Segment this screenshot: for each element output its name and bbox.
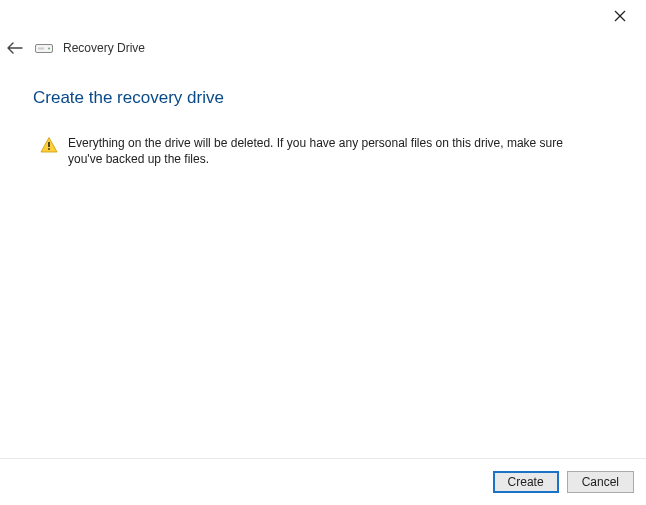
warning-icon [40,136,58,154]
title-bar [600,0,646,28]
close-button[interactable] [600,4,640,28]
svg-rect-5 [48,142,50,147]
window-title: Recovery Drive [63,41,145,55]
cancel-button[interactable]: Cancel [567,471,634,493]
button-row: Create Cancel [493,471,634,493]
close-icon [614,10,626,22]
page-heading: Create the recovery drive [33,88,224,108]
back-arrow-icon [7,41,23,55]
header-row: Recovery Drive [5,38,145,58]
warning-text: Everything on the drive will be deleted.… [68,135,598,167]
drive-icon [35,41,53,55]
svg-rect-4 [38,48,44,50]
back-button[interactable] [5,38,25,58]
footer-divider [0,458,646,459]
create-button[interactable]: Create [493,471,559,493]
svg-rect-6 [48,148,50,150]
svg-point-3 [48,48,50,50]
warning-block: Everything on the drive will be deleted.… [40,135,616,167]
